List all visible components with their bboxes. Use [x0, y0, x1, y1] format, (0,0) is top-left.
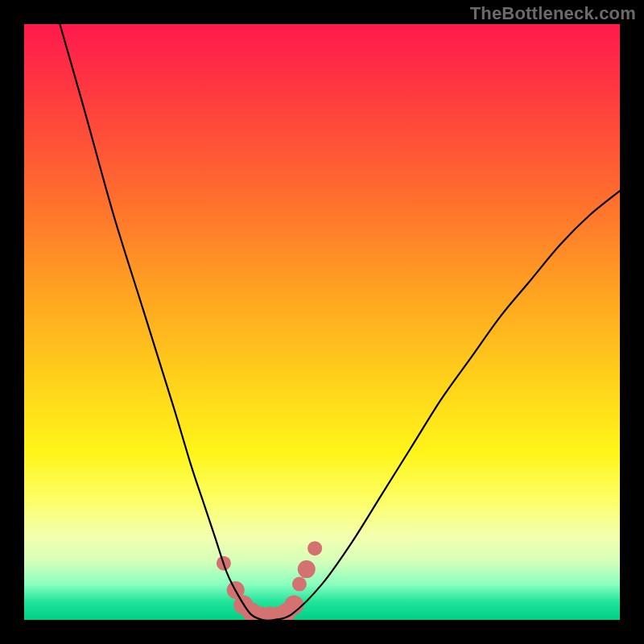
highlight-dot [292, 577, 307, 592]
chart-frame: TheBottleneck.com [0, 0, 644, 644]
plot-area [24, 24, 620, 620]
highlight-markers [217, 541, 322, 620]
watermark-text: TheBottleneck.com [470, 3, 636, 24]
bottleneck-curve [60, 24, 620, 620]
curve-svg [24, 24, 620, 620]
highlight-dot [308, 541, 322, 555]
highlight-dot [298, 560, 316, 578]
